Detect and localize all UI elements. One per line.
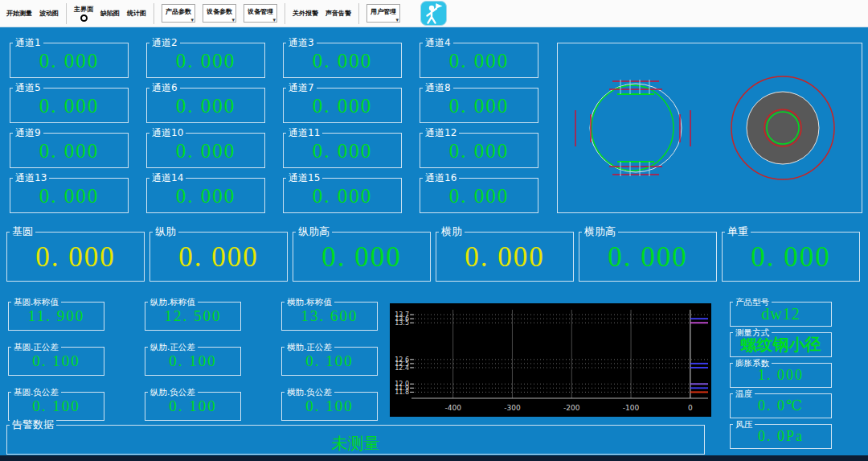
measure-display-3-label: 横肋: [439, 225, 465, 238]
channel-display-15: 通道150. 000: [283, 178, 402, 213]
channel-display-11-label: 通道11: [286, 127, 322, 138]
dropdown-arrow-icon: ▾: [190, 18, 194, 23]
toolbar-item-label: 开始测量: [6, 10, 32, 17]
toolbar-separator: [154, 3, 154, 24]
channel-display-16-label: 通道16: [423, 172, 459, 183]
toolbar-item-label: 缺陷图: [100, 10, 120, 17]
parameter-display-4: 纵肋.正公差0. 100: [145, 347, 241, 376]
parameter-display-0-label: 基圆.标称值: [11, 297, 61, 307]
trend-chart: -400-300-200-100013.713.613.512.612.512.…: [390, 303, 711, 417]
channel-display-1-label: 通道1: [13, 37, 43, 48]
channel-grid: 通道10. 000通道20. 000通道30. 000通道40. 000通道50…: [10, 43, 538, 213]
toolbar-item-14[interactable]: 用户管理▾: [366, 4, 400, 23]
info-display-3-label: 温度: [733, 389, 755, 399]
channel-display-2: 通道20. 000: [146, 43, 265, 78]
measure-display-0: 基圆0. 000: [6, 232, 145, 282]
measure-display-1-label: 纵肋: [153, 225, 178, 238]
measure-display-4-value: 0. 000: [579, 233, 716, 282]
parameter-display-1: 基圆.正公差0. 100: [8, 347, 104, 376]
x-tick-label: -300: [504, 404, 521, 412]
channel-display-2-label: 通道2: [149, 37, 180, 48]
y-tick-label: 13.5: [395, 319, 409, 327]
parameter-display-6: 横肋.标称值13. 600: [281, 302, 378, 331]
toolbar-item-9[interactable]: 设备管理▾: [244, 4, 277, 23]
toolbar: 开始测量波动图主界面缺陷图统计图产品参数▾设备参数▾设备管理▾关外报警声音告警用…: [0, 0, 868, 27]
x-tick-label: -200: [563, 404, 580, 412]
channel-display-7: 通道70. 000: [283, 88, 402, 123]
channel-display-4: 通道40. 000: [420, 43, 538, 78]
channel-display-5-value: 0. 000: [10, 88, 128, 124]
toolbar-item-label: 设备参数: [207, 8, 232, 15]
channel-display-9-value: 0. 000: [10, 134, 128, 169]
parameter-display-2: 基圆.负公差0. 100: [8, 392, 104, 421]
channel-display-14: 通道140. 000: [146, 178, 265, 213]
channel-display-12: 通道120. 000: [420, 133, 538, 168]
alarm-panel: 告警数据 未测量: [6, 425, 705, 455]
toolbar-item-8[interactable]: 设备参数▾: [203, 4, 236, 23]
measure-display-2: 纵肋高0. 000: [293, 232, 431, 282]
parameter-display-3-label: 纵肋.标称值: [148, 297, 198, 307]
toolbar-item-1[interactable]: 波动图: [39, 9, 59, 18]
measure-display-3-value: 0. 000: [436, 233, 573, 282]
info-display-3: 温度0. 0℃: [730, 393, 832, 418]
channel-display-10-value: 0. 000: [147, 134, 264, 169]
toolbar-item-3[interactable]: 主界面: [74, 5, 93, 14]
measurement-status: 未测量: [7, 426, 704, 455]
toolbar-item-7[interactable]: 产品参数▾: [162, 4, 195, 23]
parameter-display-7-label: 横肋.正公差: [285, 342, 334, 352]
channel-display-14-label: 通道14: [149, 172, 186, 183]
dropdown-arrow-icon: ▾: [395, 18, 399, 23]
app-window: 开始测量波动图主界面缺陷图统计图产品参数▾设备参数▾设备管理▾关外报警声音告警用…: [0, 0, 868, 461]
channel-display-6: 通道60. 000: [146, 88, 265, 123]
parameter-display-5: 纵肋.负公差0. 100: [145, 392, 241, 421]
measure-display-5-label: 单重: [725, 225, 751, 238]
channel-display-13-value: 0. 000: [10, 179, 128, 214]
channel-display-15-label: 通道15: [286, 172, 322, 183]
channel-display-12-value: 0. 000: [420, 134, 538, 169]
toolbar-item-11[interactable]: 关外报警: [293, 9, 318, 18]
channel-display-6-label: 通道6: [149, 82, 180, 93]
parameter-display-0: 基圆.标称值11. 900: [8, 302, 104, 331]
toolbar-separator: [285, 3, 285, 24]
channel-display-6-value: 0. 000: [147, 88, 264, 124]
diagram-panel: [557, 43, 862, 213]
measure-display-4-label: 横肋高: [582, 225, 618, 238]
toolbar-item-0[interactable]: 开始测量: [6, 9, 32, 18]
parameter-display-4-label: 纵肋.正公差: [148, 342, 198, 352]
product-info-column: 产品型号dw12测量方式螺纹钢小径膨胀系数1. 000温度0. 0℃风压0. 0…: [730, 302, 832, 449]
channel-display-3-value: 0. 000: [284, 43, 401, 79]
toolbar-item-4[interactable]: 缺陷图: [100, 9, 120, 18]
parameter-display-8-label: 横肋.负公差: [285, 387, 334, 397]
toolbar-item-12[interactable]: 声音告警: [326, 9, 351, 18]
flag-person-icon[interactable]: [420, 1, 447, 26]
info-display-1-label: 测量方式: [733, 327, 772, 338]
toolbar-item-label: 用户管理: [371, 8, 396, 15]
info-display-2-label: 膨胀系数: [733, 358, 772, 368]
channel-display-10-label: 通道10: [149, 127, 186, 138]
channel-display-16-value: 0. 000: [420, 179, 538, 214]
toolbar-item-5[interactable]: 统计图: [127, 9, 146, 18]
channel-display-9-label: 通道9: [13, 127, 43, 138]
channel-display-1-value: 0. 000: [10, 43, 128, 79]
measure-display-5: 单重0. 000: [722, 232, 860, 282]
info-display-0: 产品型号dw12: [730, 302, 832, 327]
toolbar-separator: [358, 3, 359, 24]
parameter-display-7: 横肋.正公差0. 100: [281, 347, 378, 376]
measure-display-3: 横肋0. 000: [436, 232, 574, 282]
channel-display-5: 通道50. 000: [10, 88, 129, 123]
channel-display-13-label: 通道13: [13, 172, 49, 183]
dropdown-arrow-icon: ▾: [231, 18, 235, 23]
channel-display-7-value: 0. 000: [284, 88, 401, 124]
channel-display-9: 通道90. 000: [10, 133, 129, 168]
parameter-display-6-label: 横肋.标称值: [285, 297, 334, 307]
x-tick-label: 0: [688, 404, 693, 412]
measure-display-2-label: 纵肋高: [296, 225, 332, 238]
measure-display-0-label: 基圆: [10, 225, 35, 238]
info-display-1: 测量方式螺纹钢小径: [730, 332, 832, 357]
y-tick-label: 11.8: [395, 389, 409, 396]
y-tick-label: 12.4: [395, 364, 409, 372]
selected-page-indicator-icon: [80, 14, 88, 22]
channel-display-15-value: 0. 000: [284, 179, 401, 214]
channel-display-3: 通道30. 000: [283, 43, 402, 78]
dropdown-arrow-icon: ▾: [272, 18, 276, 23]
